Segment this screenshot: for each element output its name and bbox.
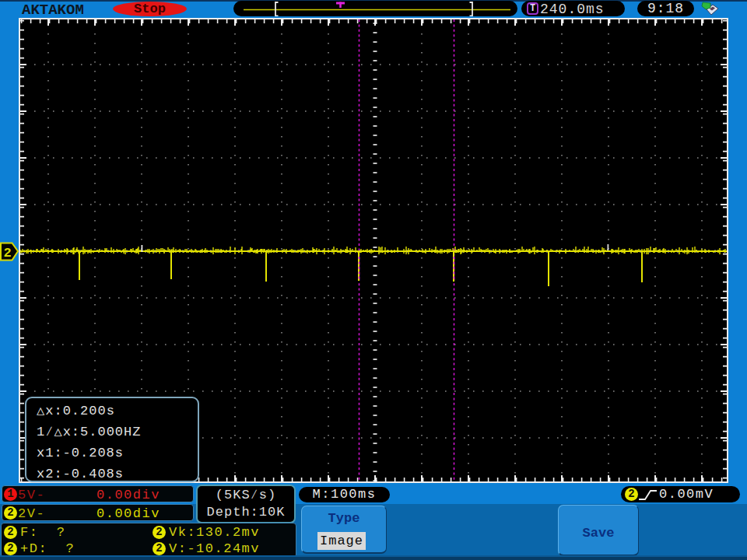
svg-text:2: 2 — [4, 246, 12, 261]
